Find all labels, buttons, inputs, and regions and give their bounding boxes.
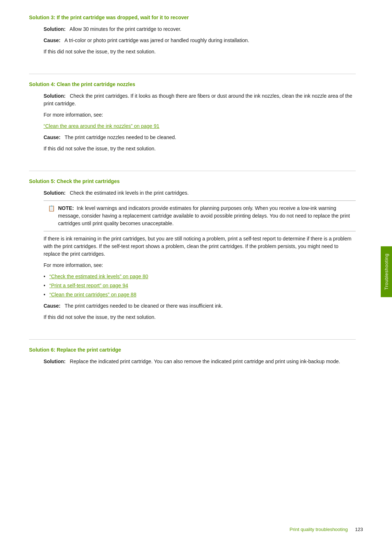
solution-3-solution-label: Solution:: [44, 26, 66, 32]
solution-5-section: Solution 5: Check the print cartridges S…: [29, 178, 356, 332]
solution-6-title: Solution 6: Replace the print cartridge: [29, 347, 356, 353]
link-clean-cartridges[interactable]: “Clean the print cartridges” on page 88: [49, 292, 136, 297]
solution-5-cause-text: The print cartridges needed to be cleane…: [65, 303, 223, 309]
solution-4-cause-label: Cause:: [44, 134, 61, 140]
solution-4-solution-label: Solution:: [44, 93, 66, 99]
solution-3-next: If this did not solve the issue, try the…: [44, 48, 356, 56]
solution-4-cause-text: The print cartridge nozzles needed to be…: [65, 134, 176, 140]
solution-5-title: Solution 5: Check the print cartridges: [29, 178, 356, 184]
footer-section: Print quality troubleshooting: [290, 527, 348, 532]
solution-4-more-info: For more information, see:: [44, 111, 356, 119]
solution-3-body: Solution: Allow 30 minutes for the print…: [44, 25, 356, 56]
solution-6-solution-text: Replace the indicated print cartridge. Y…: [70, 358, 340, 364]
solution-5-body: Solution: Check the estimated ink levels…: [44, 189, 356, 321]
troubleshooting-tab: Troubleshooting: [381, 246, 392, 297]
solution-3-solution: Solution: Allow 30 minutes for the print…: [44, 25, 356, 33]
link-ink-levels[interactable]: “Check the estimated ink levels” on page…: [49, 273, 148, 279]
list-item-1: “Check the estimated ink levels” on page…: [44, 273, 356, 280]
solution-4-section: Solution 4: Clean the print cartridge no…: [29, 81, 356, 163]
solution-4-next: If this did not solve the issue, try the…: [44, 145, 356, 153]
solution-5-more-info: For more information, see:: [44, 262, 356, 269]
solution-5-solution-text: Check the estimated ink levels in the pr…: [70, 190, 189, 196]
solution-4-body: Solution: Check the print cartridges. If…: [44, 92, 356, 153]
note-label: NOTE:: [58, 205, 74, 211]
solution-3-cause-label: Cause:: [44, 37, 61, 43]
page-footer: Print quality troubleshooting 123: [0, 527, 392, 532]
note-content: NOTE: Ink level warnings and indicators …: [58, 204, 351, 227]
link-self-test[interactable]: “Print a self-test report” on page 94: [49, 283, 128, 288]
divider-3: [29, 339, 356, 340]
divider-2: [29, 171, 356, 171]
solution-4-link: “Clean the area around the ink nozzles” …: [44, 122, 356, 130]
solution-5-links-list: “Check the estimated ink levels” on page…: [44, 273, 356, 299]
solution-4-link-anchor[interactable]: “Clean the area around the ink nozzles” …: [44, 123, 159, 129]
solution-5-cause: Cause: The print cartridges needed to be…: [44, 302, 356, 310]
solution-6-solution: Solution: Replace the indicated print ca…: [44, 358, 356, 365]
solution-6-section: Solution 6: Replace the print cartridge …: [29, 347, 356, 376]
solution-3-cause: Cause: A tri-color or photo print cartri…: [44, 37, 356, 44]
list-item-3: “Clean the print cartridges” on page 88: [44, 291, 356, 299]
solution-5-solution-label: Solution:: [44, 190, 66, 196]
solution-3-cause-text: A tri-color or photo print cartridge was…: [65, 37, 249, 43]
solution-5-next: If this did not solve the issue, try the…: [44, 313, 356, 321]
note-icon: 📋: [48, 205, 55, 212]
list-item-2: “Print a self-test report” on page 94: [44, 282, 356, 289]
footer-page: 123: [355, 527, 363, 532]
note-text: Ink level warnings and indicators provid…: [58, 205, 350, 226]
page-content: Solution 3: If the print cartridge was d…: [29, 0, 370, 376]
divider-1: [29, 74, 356, 74]
solution-4-solution-text: Check the print cartridges. If it looks …: [44, 93, 352, 106]
solution-5-solution: Solution: Check the estimated ink levels…: [44, 189, 356, 197]
solution-4-title: Solution 4: Clean the print cartridge no…: [29, 81, 356, 87]
solution-4-solution: Solution: Check the print cartridges. If…: [44, 92, 356, 108]
solution-3-title: Solution 3: If the print cartridge was d…: [29, 15, 356, 20]
solution-5-cause-label: Cause:: [44, 303, 61, 309]
solution-3-section: Solution 3: If the print cartridge was d…: [29, 15, 356, 66]
solution-6-solution-label: Solution:: [44, 358, 66, 364]
solution-5-note-box: 📋 NOTE: Ink level warnings and indicator…: [44, 200, 356, 231]
solution-4-cause: Cause: The print cartridge nozzles neede…: [44, 134, 356, 141]
solution-3-solution-text: Allow 30 minutes for the print cartridge…: [70, 26, 181, 32]
solution-5-body-text: If there is ink remaining in the print c…: [44, 235, 356, 258]
solution-6-body: Solution: Replace the indicated print ca…: [44, 358, 356, 365]
